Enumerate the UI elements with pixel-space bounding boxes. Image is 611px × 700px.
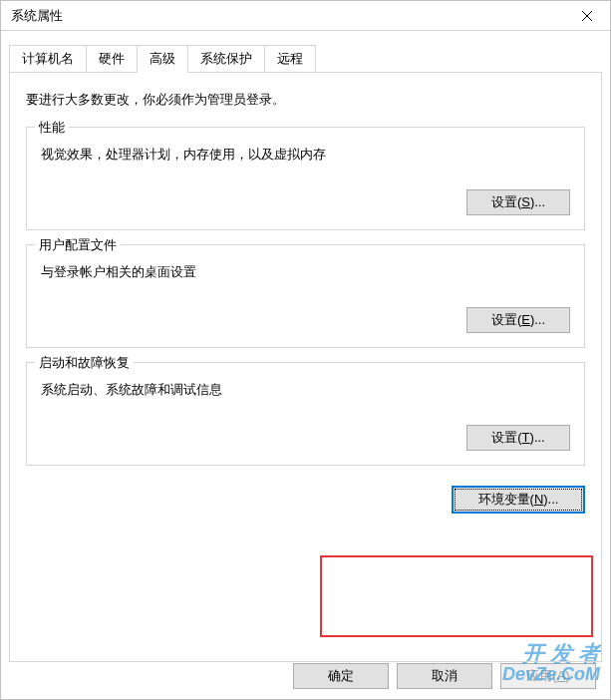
environment-variables-button[interactable]: 环境变量(N)... bbox=[452, 486, 585, 514]
startup-settings-button[interactable]: 设置(T)... bbox=[466, 425, 570, 451]
tab-hardware[interactable]: 硬件 bbox=[86, 45, 138, 72]
performance-settings-button[interactable]: 设置(S)... bbox=[466, 189, 570, 215]
ok-button[interactable]: 确定 bbox=[293, 663, 389, 689]
profiles-legend: 用户配置文件 bbox=[35, 236, 121, 254]
profiles-settings-button[interactable]: 设置(E)... bbox=[466, 307, 570, 333]
dialog-buttons: 确定 取消 应用(A) bbox=[293, 663, 596, 689]
apply-button[interactable]: 应用(A) bbox=[500, 663, 596, 689]
profiles-desc: 与登录帐户相关的桌面设置 bbox=[41, 263, 570, 281]
tab-computer-name[interactable]: 计算机名 bbox=[9, 45, 87, 72]
tab-content: 要进行大多数更改，你必须作为管理员登录。 性能 视觉效果，处理器计划，内存使用，… bbox=[9, 72, 602, 662]
tab-container: 计算机名 硬件 高级 系统保护 远程 要进行大多数更改，你必须作为管理员登录。 … bbox=[9, 45, 602, 662]
groupbox-startup: 启动和故障恢复 系统启动、系统故障和调试信息 设置(T)... bbox=[26, 362, 585, 466]
intro-text: 要进行大多数更改，你必须作为管理员登录。 bbox=[26, 91, 585, 109]
window-title: 系统属性 bbox=[11, 7, 63, 25]
close-icon bbox=[582, 11, 592, 21]
tab-advanced[interactable]: 高级 bbox=[137, 45, 188, 73]
groupbox-performance: 性能 视觉效果，处理器计划，内存使用，以及虚拟内存 设置(S)... bbox=[26, 127, 585, 230]
cancel-button[interactable]: 取消 bbox=[397, 663, 492, 689]
performance-legend: 性能 bbox=[35, 119, 69, 137]
performance-desc: 视觉效果，处理器计划，内存使用，以及虚拟内存 bbox=[41, 146, 570, 164]
titlebar: 系统属性 bbox=[1, 1, 610, 31]
startup-desc: 系统启动、系统故障和调试信息 bbox=[41, 381, 570, 399]
tab-system-protection[interactable]: 系统保护 bbox=[187, 45, 265, 72]
tab-remote[interactable]: 远程 bbox=[264, 45, 316, 72]
tab-strip: 计算机名 硬件 高级 系统保护 远程 bbox=[9, 45, 602, 72]
groupbox-profiles: 用户配置文件 与登录帐户相关的桌面设置 设置(E)... bbox=[26, 244, 585, 348]
close-button[interactable] bbox=[564, 1, 610, 31]
startup-legend: 启动和故障恢复 bbox=[35, 354, 134, 372]
